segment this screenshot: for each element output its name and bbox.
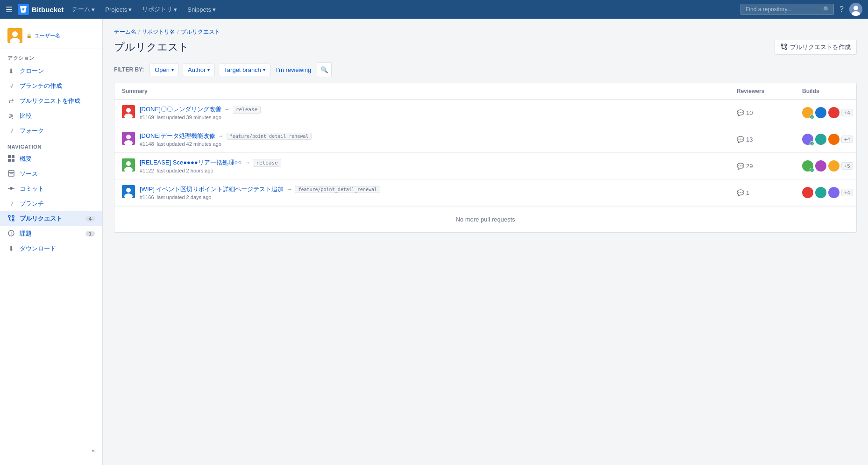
svg-point-21 (781, 44, 783, 46)
pr-title-link[interactable]: [RELEASE] Sce●●●●リア一括処理○○ (140, 158, 242, 167)
comment-icon: 💬 (737, 163, 744, 170)
table-row[interactable]: [WIP] イベント区切りポイント詳細ページテスト追加 → feature/po… (114, 179, 856, 206)
filter-target-branch-btn[interactable]: Target branch ▾ (219, 64, 270, 76)
comment-icon: 💬 (737, 109, 744, 116)
col-builds: Builds (802, 88, 849, 94)
pr-info: [RELEASE] Sce●●●●リア一括処理○○ → release #112… (140, 158, 737, 173)
reviewer-avatar2 (815, 107, 826, 118)
reviewer-more: +4 (841, 189, 853, 196)
user-avatar[interactable] (849, 3, 862, 16)
chevron-down-icon: ▾ (128, 6, 132, 13)
pr-author-avatar (122, 185, 135, 198)
reviewer-avatar2 (815, 134, 826, 145)
pr-title-link[interactable]: [DONE]データ処理機能改修 (140, 132, 215, 140)
fork-icon: ⑂ (7, 127, 15, 135)
svg-point-13 (10, 187, 13, 190)
pr-target-branch: release (233, 106, 261, 114)
sidebar-item-issues[interactable]: ! 課題 1 (0, 226, 102, 241)
sidebar-user: 🔒 ユーザー名 (0, 24, 102, 49)
approved-icon (810, 141, 814, 146)
breadcrumb-team[interactable]: チーム名 (114, 28, 136, 36)
sidebar-action-branch[interactable]: ⑂ ブランチの作成 (0, 79, 102, 93)
comment-icon: 💬 (737, 189, 744, 196)
pr-title-link[interactable]: [DONE]〇〇レンダリング改善 (140, 105, 221, 114)
clone-icon: ⬇ (7, 67, 15, 75)
sidebar-action-compare[interactable]: ≷ 比較 (0, 108, 102, 123)
sidebar-action-create-pr[interactable]: ⇄ プルリクエストを作成 (0, 93, 102, 108)
layout: 🔒 ユーザー名 アクション ⬇ クローン ⑂ ブランチの作成 ⇄ プルリクエスト… (0, 19, 868, 465)
sidebar-user-name[interactable]: ユーザー名 (35, 32, 60, 39)
nav-section-title: NAVIGATION (0, 138, 102, 151)
menu-item-team[interactable]: チーム ▾ (67, 0, 100, 19)
search-icon: 🔍 (320, 66, 328, 73)
search-icon: 🔍 (823, 6, 830, 13)
reviewer-avatar (802, 187, 813, 198)
approved-icon (810, 114, 814, 119)
svg-rect-6 (8, 155, 11, 158)
branch-icon: ⑂ (7, 82, 15, 90)
page-header: プルリクエスト プルリクエストを作成 (114, 40, 857, 55)
menu-item-repos[interactable]: リポジトリ ▾ (137, 0, 182, 19)
menu-item-projects[interactable]: Projects ▾ (100, 0, 136, 19)
pr-summary: [DONE]データ処理機能改修 → feature/point_detail_r… (122, 132, 737, 147)
filter-author-btn[interactable]: Author ▾ (183, 64, 215, 76)
search-input[interactable] (740, 4, 834, 15)
table-row[interactable]: [DONE]〇〇レンダリング改善 → release #1169 last up… (114, 100, 856, 126)
filter-search-button[interactable]: 🔍 (317, 62, 332, 77)
help-icon[interactable]: ? (838, 3, 846, 15)
reviewer-avatar2 (815, 187, 826, 198)
chevron-down-icon: ▾ (92, 6, 95, 13)
sidebar-collapse-btn[interactable]: « (0, 442, 102, 459)
svg-point-16 (8, 215, 10, 217)
reviewer-wrap3 (828, 134, 840, 145)
bitbucket-logo[interactable]: Bitbucket (18, 4, 64, 15)
create-pr-button[interactable]: プルリクエストを作成 (775, 40, 857, 55)
source-icon (7, 170, 15, 178)
sidebar-item-source[interactable]: ソース (0, 166, 102, 181)
sidebar-action-clone[interactable]: ⬇ クローン (0, 64, 102, 79)
sidebar-action-fork[interactable]: ⑂ フォーク (0, 123, 102, 138)
pr-comments: 💬 1 (737, 189, 802, 196)
table-row[interactable]: [DONE]データ処理機能改修 → feature/point_detail_r… (114, 126, 856, 153)
menu-item-snippets[interactable]: Snippets ▾ (183, 0, 221, 19)
compare-icon: ≷ (7, 112, 15, 120)
topnav-menu: チーム ▾ Projects ▾ リポジトリ ▾ Snippets ▾ (67, 0, 221, 19)
filter-reviewing-btn[interactable]: I'm reviewing (274, 64, 313, 76)
hamburger-menu[interactable]: ☰ (6, 5, 12, 14)
svg-point-25 (126, 108, 131, 113)
sidebar-item-downloads[interactable]: ⬇ ダウンロード (0, 241, 102, 256)
sidebar-item-overview[interactable]: 概要 (0, 151, 102, 166)
pr-title: [RELEASE] Sce●●●●リア一括処理○○ → release (140, 158, 737, 167)
sidebar: 🔒 ユーザー名 アクション ⬇ クローン ⑂ ブランチの作成 ⇄ プルリクエスト… (0, 19, 103, 465)
page-title: プルリクエスト (114, 40, 189, 54)
breadcrumb-repo[interactable]: リポジトリ名 (142, 28, 175, 36)
main-content: チーム名 / リポジトリ名 / プルリクエスト プルリクエスト プルリクエストを… (103, 19, 868, 465)
breadcrumb-sep: / (138, 29, 140, 36)
sidebar-item-commits[interactable]: コミット (0, 181, 102, 196)
sidebar-item-branches[interactable]: ⑂ ブランチ (0, 196, 102, 211)
pr-reviewers: +5 (802, 160, 853, 172)
bitbucket-logo-icon (18, 4, 29, 15)
reviewer-more: +4 (841, 109, 853, 116)
filter-open-btn[interactable]: Open ▾ (149, 64, 179, 76)
pr-meta: #1169 last updated 39 minutes ago (140, 114, 737, 120)
reviewer-wrap2 (815, 107, 826, 118)
search-wrap: 🔍 (740, 4, 834, 15)
reviewer-avatar3 (828, 134, 840, 145)
reviewer-wrap (802, 107, 813, 118)
col-reviewers: Reviewers (737, 88, 802, 94)
table-row[interactable]: [RELEASE] Sce●●●●リア一括処理○○ → release #112… (114, 153, 856, 179)
chevron-down-icon: ▾ (213, 6, 216, 13)
pr-target-branch: feature/point_detail_renewal (227, 133, 312, 140)
pr-title-link[interactable]: [WIP] イベント区切りポイント詳細ページテスト追加 (140, 185, 284, 193)
reviewer-wrap2 (815, 187, 826, 198)
pr-meta: #1148 last updated 42 minutes ago (140, 141, 737, 147)
breadcrumb: チーム名 / リポジトリ名 / プルリクエスト (114, 28, 857, 36)
overview-icon (7, 155, 15, 163)
svg-point-22 (785, 48, 787, 50)
svg-rect-10 (8, 171, 14, 176)
reviewer-wrap3 (828, 187, 840, 198)
pr-summary: [RELEASE] Sce●●●●リア一括処理○○ → release #112… (122, 158, 737, 173)
reviewer-more: +5 (841, 162, 853, 170)
sidebar-item-pullrequests[interactable]: プルリクエスト 4 (0, 211, 102, 226)
